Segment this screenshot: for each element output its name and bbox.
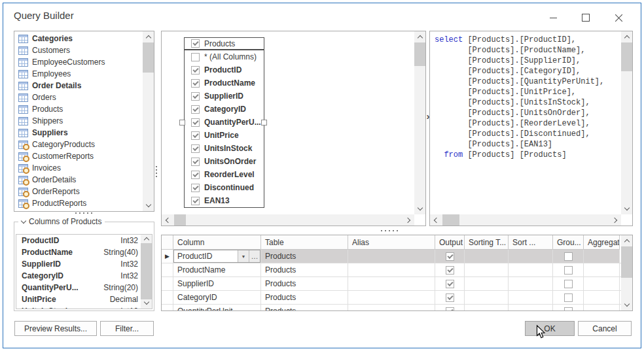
cell-output[interactable] <box>435 291 465 304</box>
output-checkbox[interactable] <box>446 252 454 261</box>
group-checkbox[interactable] <box>564 266 573 275</box>
scroll-left-button[interactable] <box>162 214 173 226</box>
cell-aggregate[interactable] <box>584 263 620 276</box>
grid-header-sort-order[interactable]: Sort ... <box>509 235 553 249</box>
node-field-discontinued[interactable]: Discontinued <box>185 181 264 194</box>
field-checkbox[interactable] <box>191 131 200 140</box>
cell-alias[interactable] <box>348 263 435 276</box>
tree-item-employeecustomers[interactable]: EmployeeCustomers <box>15 56 142 68</box>
column-editor[interactable]: ProductID▼… <box>173 250 260 263</box>
tree-item-suppliers[interactable]: Suppliers <box>15 127 142 139</box>
group-checkbox[interactable] <box>564 280 573 288</box>
group-checkbox[interactable] <box>564 252 573 261</box>
tree-item-invoices[interactable]: Invoices <box>15 162 142 174</box>
grid-header-sorting-type[interactable]: Sorting T... <box>465 235 509 249</box>
tree-scrollbar[interactable] <box>143 31 154 211</box>
scroll-up-button[interactable] <box>414 31 425 42</box>
node-field-unitsonorder[interactable]: UnitsOnOrder <box>185 155 264 168</box>
node-field-productname[interactable]: ProductName <box>185 76 264 90</box>
node-resize-handle-right[interactable] <box>261 120 267 125</box>
maximize-button[interactable] <box>575 10 596 25</box>
field-checkbox[interactable] <box>191 171 200 179</box>
cell-aggregate[interactable] <box>584 277 620 290</box>
columns-panel-legend[interactable]: Columns of Products <box>18 217 105 226</box>
grid-header-alias[interactable]: Alias <box>348 235 435 249</box>
cell-sort-order[interactable] <box>509 277 553 290</box>
ok-button[interactable]: OK <box>525 321 575 336</box>
horizontal-splitter-grip[interactable] <box>75 212 92 214</box>
cell-table[interactable]: Products <box>261 250 348 263</box>
cell-sorting-type[interactable] <box>465 291 509 304</box>
field-checkbox[interactable] <box>191 105 200 114</box>
column-list-item-productname[interactable]: ProductNameString(40) <box>16 246 152 258</box>
cell-sorting-type[interactable] <box>465 250 509 263</box>
grid-header-column[interactable]: Column <box>173 235 261 249</box>
cell-table[interactable]: Products <box>261 277 348 290</box>
cell-output[interactable] <box>435 263 465 276</box>
output-checkbox[interactable] <box>446 280 454 288</box>
tree-item-employees[interactable]: Employees <box>15 68 142 80</box>
table-node-header[interactable]: Products <box>185 38 264 50</box>
tree-item-orders[interactable]: Orders <box>15 92 142 103</box>
cell-sort-order[interactable] <box>509 291 553 304</box>
scrollbar-thumb[interactable] <box>621 246 632 278</box>
minimize-button[interactable] <box>543 10 564 25</box>
scroll-down-button[interactable] <box>143 200 154 211</box>
node-field-ean13[interactable]: EAN13 <box>185 194 264 207</box>
cell-output[interactable] <box>435 277 465 290</box>
tree-item-categories[interactable]: Categories <box>15 33 142 44</box>
field-checkbox[interactable] <box>191 118 200 127</box>
tree-item-order-details[interactable]: Order Details <box>15 80 142 92</box>
output-checkbox[interactable] <box>446 266 454 275</box>
ellipsis-button[interactable]: … <box>249 250 260 262</box>
tree-item-products[interactable]: Products <box>15 103 142 115</box>
scroll-up-button[interactable] <box>621 235 632 246</box>
cell-table[interactable]: Products <box>261 305 348 310</box>
cell-sorting-type[interactable] <box>465 305 509 310</box>
cell-output[interactable] <box>435 250 465 263</box>
scroll-up-button[interactable] <box>621 31 632 42</box>
grid-row-quantityperunit[interactable]: QuantityPerUnitProducts <box>162 305 621 310</box>
cell-group[interactable] <box>553 291 584 304</box>
cancel-button[interactable]: Cancel <box>578 321 632 336</box>
cell-sort-order[interactable] <box>509 263 553 276</box>
horizontal-splitter-grip[interactable] <box>381 230 398 231</box>
field-checkbox[interactable] <box>191 158 200 166</box>
cell-sorting-type[interactable] <box>465 277 509 290</box>
cell-sort-order[interactable] <box>509 250 553 263</box>
cell-aggregate[interactable] <box>584 250 620 263</box>
cell-group[interactable] <box>553 250 584 263</box>
grid-row-productid[interactable]: ▶ProductID▼…Products <box>162 250 621 263</box>
cell-group[interactable] <box>553 305 584 310</box>
cell-column[interactable]: CategoryID <box>173 291 261 304</box>
column-list-item-supplierid[interactable]: SupplierIDInt32 <box>16 258 152 270</box>
group-checkbox[interactable] <box>564 293 573 302</box>
cell-alias[interactable] <box>348 277 435 290</box>
grid-scrollbar[interactable] <box>621 235 632 310</box>
node-field-reorderlevel[interactable]: ReorderLevel <box>185 168 264 181</box>
columns-scrollbar[interactable] <box>141 235 152 309</box>
preview-results-button[interactable]: Preview Results... <box>14 321 97 336</box>
sql-vertical-scrollbar[interactable] <box>621 31 632 214</box>
field-checkbox[interactable] <box>191 92 200 101</box>
group-checkbox[interactable] <box>564 307 573 311</box>
scroll-down-button[interactable] <box>621 299 632 310</box>
titlebar[interactable]: Query Builder <box>3 3 641 28</box>
tree-item-customers[interactable]: Customers <box>15 44 142 56</box>
column-list-item-unitsinstock[interactable]: UnitsInStockInt16 <box>16 305 152 309</box>
tree-item-customerreports[interactable]: CustomerReports <box>15 150 142 162</box>
close-button[interactable] <box>608 10 629 25</box>
scroll-down-button[interactable] <box>141 297 152 309</box>
node-field-unitsinstock[interactable]: UnitsInStock <box>185 142 264 155</box>
field-checkbox[interactable] <box>191 79 200 88</box>
tree-item-orderdetails[interactable]: OrderDetails <box>15 174 142 186</box>
cell-column[interactable]: ProductID▼… <box>173 250 261 263</box>
cell-column[interactable]: QuantityPerUnit <box>173 305 261 310</box>
scroll-up-button[interactable] <box>143 31 154 42</box>
table-node-products[interactable]: Products * (All Columns)ProductIDProduct… <box>184 37 264 208</box>
grid-row-supplierid[interactable]: SupplierIDProducts <box>162 277 621 291</box>
field-checkbox[interactable] <box>191 184 200 192</box>
scrollbar-thumb[interactable] <box>414 42 425 66</box>
field-checkbox[interactable] <box>191 53 200 61</box>
dropdown-button[interactable]: ▼ <box>238 250 249 262</box>
